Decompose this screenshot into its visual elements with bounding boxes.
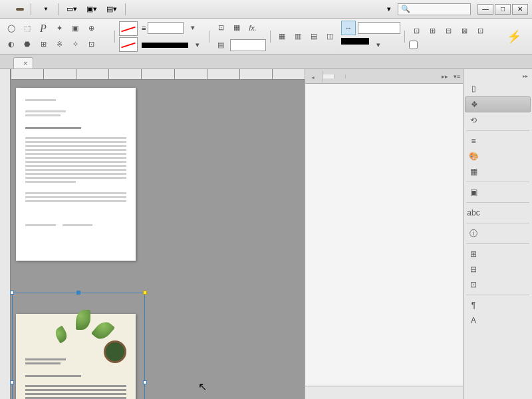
screen-mode-icon[interactable]: ▣▾ <box>85 3 98 15</box>
chevron-down-icon: ▾ <box>387 5 391 13</box>
layer-list[interactable] <box>305 84 463 386</box>
divider <box>125 3 126 15</box>
handle[interactable] <box>143 291 147 295</box>
fx-icon[interactable]: ⊡ <box>213 21 228 35</box>
dock-attributes[interactable]: ⓘ <box>465 226 531 241</box>
attributes-icon: ⓘ <box>469 229 478 238</box>
close-icon[interactable]: × <box>23 59 27 67</box>
view-mode-icon[interactable]: ▭▾ <box>65 3 78 15</box>
tool-icon[interactable]: ▣ <box>68 21 82 36</box>
search-input[interactable]: 🔍 <box>398 3 471 15</box>
divider <box>270 31 271 43</box>
dock-tablefmt[interactable]: ⊟ <box>465 262 531 277</box>
handle[interactable] <box>143 380 147 384</box>
tool-icon[interactable]: ⊡ <box>84 37 98 52</box>
tool-icon[interactable]: ✧ <box>68 37 82 52</box>
opacity-field[interactable] <box>230 39 266 51</box>
dock-table[interactable]: ⊞ <box>465 247 531 261</box>
tool-icon[interactable]: ⊕ <box>84 21 98 36</box>
tab-links[interactable] <box>334 74 346 78</box>
dock-swatches[interactable]: ▦ <box>465 164 531 179</box>
panel-menu-icon[interactable]: ▾≡ <box>451 73 463 80</box>
divider <box>114 31 115 43</box>
bolt-icon[interactable]: ⚡ <box>507 29 521 44</box>
layers-panel: ▸▸ ▾≡ <box>305 69 463 399</box>
bridge-button[interactable] <box>16 8 24 11</box>
minimize-button[interactable]: — <box>477 4 493 15</box>
menu-help[interactable] <box>4 8 9 11</box>
links-icon: ⟲ <box>469 116 478 125</box>
workspace-select[interactable]: ▾ <box>384 5 391 13</box>
textwrap-icon: ▣ <box>469 188 478 197</box>
layers-icon: ❖ <box>469 100 479 109</box>
measure-field[interactable] <box>358 22 400 34</box>
arrange-icon[interactable]: ▤▾ <box>105 3 118 15</box>
dropdown-icon[interactable]: ▾ <box>371 38 386 53</box>
dock-links[interactable]: ⟲ <box>465 113 531 128</box>
layer-footer <box>305 386 463 399</box>
char-icon: A <box>469 316 478 325</box>
fx-icon[interactable]: fx. <box>245 21 260 35</box>
fit-icon[interactable]: ⊞ <box>425 23 440 38</box>
pages-icon: ▯ <box>469 84 478 93</box>
fill-swatch[interactable] <box>119 21 138 36</box>
stroke-swatch[interactable] <box>119 37 138 52</box>
dock-layers[interactable]: ❖ <box>465 96 531 112</box>
canvas[interactable]: ↖ <box>0 69 305 399</box>
measure-icon[interactable]: ↔ <box>341 21 356 35</box>
handle[interactable] <box>10 380 14 384</box>
align-icon[interactable]: ▤ <box>307 29 321 44</box>
dock-para[interactable]: ¶ <box>465 298 531 313</box>
close-button[interactable]: ✕ <box>512 4 528 15</box>
expand-icon[interactable]: ▸▸ <box>465 72 531 80</box>
tool-icon[interactable]: P <box>36 21 51 36</box>
fit-icon[interactable]: ⊟ <box>441 23 456 38</box>
tool-icon[interactable]: ⬣ <box>20 37 35 52</box>
dock-textwrap[interactable]: ▣ <box>465 185 531 200</box>
tool-icon[interactable]: ⬚ <box>20 21 35 36</box>
maximize-button[interactable]: □ <box>495 4 511 15</box>
tool-icon[interactable]: ◯ <box>4 21 19 36</box>
dock-char[interactable]: A <box>465 313 531 328</box>
divider <box>31 3 31 15</box>
tab-pages[interactable] <box>305 70 323 82</box>
align-icon[interactable]: ▥ <box>291 29 305 44</box>
dock-hyperlinks[interactable]: abc <box>465 205 531 220</box>
dropdown-icon[interactable]: ▾ <box>190 38 205 53</box>
color-icon: 🎨 <box>469 152 478 161</box>
zoom-select[interactable]: ▼ <box>38 5 51 13</box>
align-icon[interactable]: ▦ <box>275 29 289 44</box>
fx-icon[interactable]: ▦ <box>229 21 244 35</box>
tool-icon[interactable]: ※ <box>52 37 66 52</box>
dropdown-icon[interactable]: ▾ <box>186 21 200 35</box>
tool-icon[interactable]: ◐ <box>4 37 19 52</box>
tool-icon[interactable]: ✦ <box>52 21 66 36</box>
divider <box>404 31 405 43</box>
tab-layers[interactable] <box>323 74 334 78</box>
tablefmt-icon: ⊟ <box>469 265 478 274</box>
handle[interactable] <box>10 291 14 295</box>
fit-icon[interactable]: ⊠ <box>457 23 471 38</box>
collapse-icon[interactable]: ▸▸ <box>439 73 451 80</box>
page-1 <box>16 88 136 261</box>
hyperlinks-icon: abc <box>469 208 478 217</box>
search-icon: 🔍 <box>401 5 410 13</box>
dock-color[interactable]: 🎨 <box>465 149 531 164</box>
stroke-weight-field[interactable] <box>148 22 184 34</box>
fit-icon[interactable]: ⊡ <box>473 23 487 38</box>
line-style[interactable] <box>341 38 369 45</box>
handle[interactable] <box>76 291 80 295</box>
fit-icon[interactable]: ⊡ <box>409 23 424 38</box>
stroke-weight-icon: ≡ <box>142 24 146 32</box>
align-icon[interactable]: ◫ <box>323 29 337 44</box>
dock-pages[interactable]: ▯ <box>465 81 531 96</box>
para-icon: ¶ <box>469 301 478 310</box>
dock-cellfmt[interactable]: ⊡ <box>465 277 531 292</box>
opacity-icon[interactable]: ▤ <box>213 38 228 53</box>
stroke-style[interactable] <box>142 43 188 48</box>
document-tab[interactable]: × <box>13 57 33 68</box>
tool-icon[interactable]: ⊞ <box>36 37 51 52</box>
stroke-icon: ≡ <box>469 136 478 146</box>
autofit-checkbox[interactable] <box>409 41 418 49</box>
dock-stroke[interactable]: ≡ <box>465 134 531 148</box>
